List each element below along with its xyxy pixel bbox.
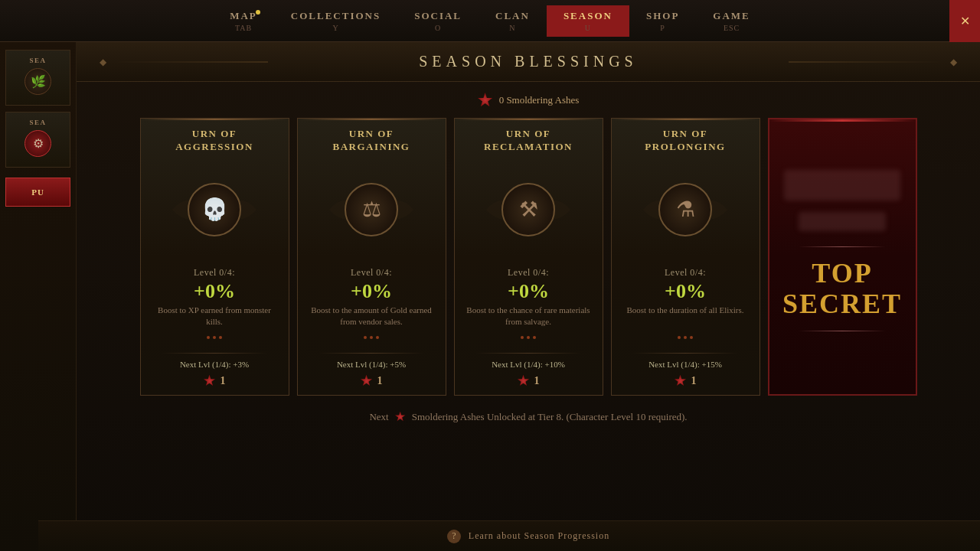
help-icon[interactable]: ? bbox=[447, 530, 461, 543]
dots-4 bbox=[678, 336, 693, 339]
urn-image-2: ⚖ bbox=[322, 160, 421, 259]
title-bar: SEASON BLESSINGS bbox=[77, 42, 980, 82]
divider-2 bbox=[318, 353, 424, 354]
mini-ash-icon bbox=[395, 412, 406, 422]
nav-item-collections[interactable]: COLLECTIONS Y bbox=[274, 5, 397, 37]
bottom-next-text: Next Smoldering Ashes Unlocked at Tier 8… bbox=[369, 411, 687, 423]
sidebar-item-sea2[interactable]: SEA ⚙ bbox=[5, 112, 70, 168]
cost-ash-icon-2 bbox=[361, 375, 373, 387]
next-lvl-1: Next Lvl (1/4): +3% bbox=[180, 360, 249, 369]
level-text-1: Level 0/4: bbox=[194, 267, 235, 279]
dots-1 bbox=[207, 336, 222, 339]
cost-row-3: 1 bbox=[518, 375, 540, 387]
desc-text-2: Boost to the amount of Gold earned from … bbox=[305, 305, 438, 328]
cost-row-4: 1 bbox=[675, 375, 697, 387]
cost-ash-icon-3 bbox=[518, 375, 530, 387]
urn-title-2: URN OF BARGAINING bbox=[333, 128, 410, 154]
level-text-2: Level 0/4: bbox=[351, 267, 392, 279]
cost-ash-icon-1 bbox=[204, 375, 216, 387]
urn-image-4: ⚗ bbox=[635, 160, 735, 259]
dots-2 bbox=[364, 336, 379, 339]
urn-circle-4: ⚗ bbox=[658, 183, 712, 236]
help-text: Learn about Season Progression bbox=[469, 530, 609, 542]
nav-item-season[interactable]: SEASON U bbox=[547, 5, 629, 37]
divider-1 bbox=[162, 353, 267, 354]
urn-symbol-3: ⚒ bbox=[519, 197, 538, 222]
exit-button[interactable]: ✕ bbox=[949, 0, 980, 42]
desc-text-1: Boost to XP earned from monster kills. bbox=[149, 305, 281, 328]
urn-card-reclamation: URN OF RECLAMATION ⚒ Level 0/4: +0% Boos… bbox=[454, 118, 603, 396]
urn-title-3: URN OF RECLAMATION bbox=[484, 128, 573, 154]
main-content: SEA 🌿 SEA ⚙ PU SEASON BLESSINGS 0 Smolde… bbox=[0, 42, 980, 551]
next-lvl-4: Next Lvl (1/4): +15% bbox=[648, 360, 722, 369]
divider-3 bbox=[475, 353, 581, 354]
ashes-count: 0 Smoldering Ashes bbox=[499, 94, 580, 106]
level-text-4: Level 0/4: bbox=[665, 267, 706, 279]
cost-ash-icon-4 bbox=[675, 375, 687, 387]
urn-circle-1: 💀 bbox=[188, 183, 241, 236]
nav-item-map[interactable]: MAP TAB bbox=[213, 5, 274, 37]
bonus-text-3: +0% bbox=[508, 280, 549, 303]
urn-card-prolonging: URN OF PROLONGING ⚗ Level 0/4: +0% Boost… bbox=[611, 118, 760, 396]
dots-3 bbox=[521, 336, 536, 339]
cards-container: URN OF AGGRESSION 💀 Level 0/4: +0% Boost… bbox=[117, 118, 940, 396]
urn-image-3: ⚒ bbox=[479, 160, 578, 259]
nav-item-clan[interactable]: CLAN N bbox=[479, 5, 547, 37]
nav-items: MAP TAB COLLECTIONS Y SOCIAL O CLAN N SE… bbox=[213, 5, 767, 37]
divider-4 bbox=[632, 353, 738, 354]
urn-card-bargaining: URN OF BARGAINING ⚖ Level 0/4: +0% Boost… bbox=[297, 118, 446, 396]
sidebar: SEA 🌿 SEA ⚙ PU bbox=[0, 42, 77, 551]
nav-item-social[interactable]: SOCIAL O bbox=[397, 5, 479, 37]
ashes-row: 0 Smoldering Ashes bbox=[478, 93, 580, 108]
desc-text-3: Boost to the chance of rare materials fr… bbox=[462, 305, 595, 328]
nav-bar: MAP TAB COLLECTIONS Y SOCIAL O CLAN N SE… bbox=[0, 0, 980, 42]
next-lvl-3: Next Lvl (1/4): +10% bbox=[492, 360, 565, 369]
cost-num-4: 1 bbox=[691, 375, 697, 387]
cost-num-3: 1 bbox=[534, 375, 540, 387]
title-ornament-left bbox=[115, 61, 268, 62]
nav-item-shop[interactable]: SHOP P bbox=[629, 5, 696, 37]
bonus-text-2: +0% bbox=[351, 280, 392, 303]
sidebar-item-sea1[interactable]: SEA 🌿 bbox=[5, 50, 70, 106]
secret-blurred-1 bbox=[784, 170, 901, 201]
cost-num-1: 1 bbox=[220, 375, 226, 387]
urn-title-4: URN OF PROLONGING bbox=[645, 128, 725, 154]
cost-row-2: 1 bbox=[361, 375, 383, 387]
urn-image-1: 💀 bbox=[165, 160, 264, 259]
secret-divider-2 bbox=[799, 331, 887, 331]
desc-text-4: Boost to the duration of all Elixirs. bbox=[622, 305, 747, 328]
urn-title-1: URN OF AGGRESSION bbox=[175, 128, 253, 154]
cost-row-1: 1 bbox=[204, 375, 226, 387]
next-lvl-2: Next Lvl (1/4): +5% bbox=[337, 360, 406, 369]
nav-item-game[interactable]: GAME ESC bbox=[696, 5, 766, 37]
urn-symbol-2: ⚖ bbox=[362, 197, 381, 222]
level-text-3: Level 0/4: bbox=[508, 267, 549, 279]
secret-blurred-2 bbox=[799, 212, 887, 231]
secret-card: TOP SECRET bbox=[768, 118, 917, 396]
center-area: SEASON BLESSINGS 0 Smoldering Ashes URN … bbox=[77, 42, 980, 551]
urn-card-aggression: URN OF AGGRESSION 💀 Level 0/4: +0% Boost… bbox=[140, 118, 289, 396]
title-ornament-right bbox=[789, 61, 942, 62]
secret-divider bbox=[799, 246, 887, 247]
bottom-section: Next Smoldering Ashes Unlocked at Tier 8… bbox=[369, 411, 687, 423]
urn-symbol-1: 💀 bbox=[201, 197, 228, 222]
ash-icon bbox=[478, 93, 493, 108]
urn-circle-2: ⚖ bbox=[345, 183, 398, 236]
bonus-text-4: +0% bbox=[665, 280, 706, 303]
bonus-text-1: +0% bbox=[194, 280, 235, 303]
push-button[interactable]: PU bbox=[5, 178, 70, 207]
cost-num-2: 1 bbox=[377, 375, 383, 387]
urn-circle-3: ⚒ bbox=[501, 183, 555, 236]
urn-symbol-4: ⚗ bbox=[676, 197, 695, 222]
secret-title: TOP SECRET bbox=[782, 259, 902, 319]
sidebar-icon-2: ⚙ bbox=[24, 130, 51, 157]
exit-icon: ✕ bbox=[960, 14, 970, 28]
sidebar-icon-1: 🌿 bbox=[24, 68, 51, 95]
footer-bar: ? Learn about Season Progression bbox=[38, 520, 980, 551]
